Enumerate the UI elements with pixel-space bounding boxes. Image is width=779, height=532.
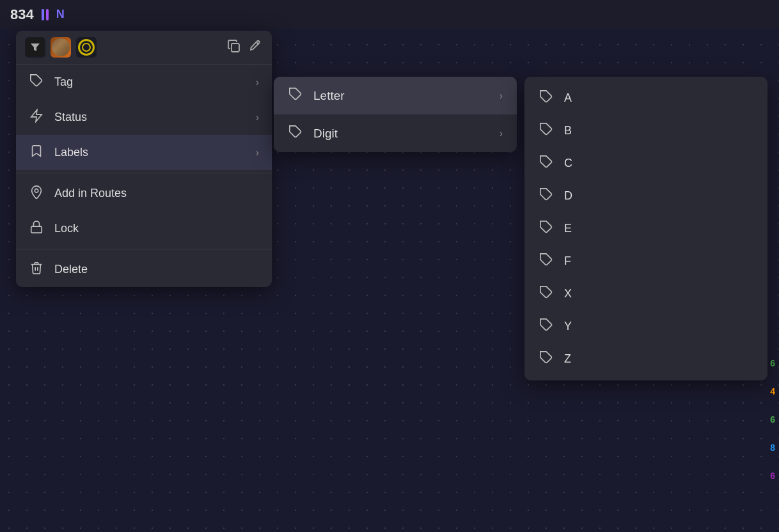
menu-item-letter[interactable]: Letter › [274,77,517,114]
x-tag-icon [539,285,554,302]
menu-item-lock[interactable]: Lock [16,211,272,246]
digit-tag-icon [288,125,303,142]
menu-item-b[interactable]: B [524,114,767,147]
menu-item-add-in-routes[interactable]: Add in Routes [16,176,272,211]
header-icon-spiral [76,37,97,58]
d-tag-icon [539,187,554,205]
menu-item-digit[interactable]: Digit › [274,114,517,152]
right-num-2: 4 [770,386,775,396]
menu-item-labels[interactable]: Labels › [16,135,272,170]
header-icon-avatar [51,37,71,58]
letter-arrow: › [500,90,503,102]
x-tag-svg [539,285,553,299]
menu-item-d-label: D [564,189,753,203]
right-numbers-panel: 6 4 6 8 6 [770,358,779,481]
menu-item-a-label: A [564,91,753,105]
tag-icon [29,74,44,91]
bar-item-2 [46,9,49,20]
context-menu-level3: A B C D E [524,77,767,380]
context-menu-level2: Letter › Digit › [274,77,517,152]
b-tag-icon [539,122,554,139]
menu-item-tag[interactable]: Tag › [16,65,272,100]
labels-svg [29,144,43,158]
menu-item-z-label: Z [564,352,753,366]
divider-1 [16,173,272,173]
svg-marker-0 [31,43,40,51]
divider-2 [16,249,272,249]
right-num-1: 6 [770,358,775,368]
b-tag-svg [539,122,553,136]
menu-item-digit-label: Digit [313,127,489,141]
z-tag-svg [539,350,553,364]
d-tag-svg [539,187,553,201]
menu-item-f-label: F [564,254,753,268]
right-num-5: 6 [770,471,775,481]
top-number: 834 [10,6,34,23]
menu-item-e-label: E [564,222,753,235]
digit-arrow: › [500,128,503,139]
dark-square-icon [26,38,44,56]
edit-button[interactable] [249,39,263,56]
menu-item-letter-label: Letter [313,89,489,103]
copy-button[interactable] [227,39,241,56]
filter-icon [29,42,41,53]
c-tag-svg [539,155,553,169]
status-svg [29,109,43,123]
menu-item-x-label: X [564,287,753,301]
menu-item-c[interactable]: C [524,147,767,180]
menu-item-status-label: Status [54,111,246,124]
menu-item-tag-label: Tag [54,75,246,89]
menu-item-a[interactable]: A [524,82,767,114]
status-arrow: › [256,112,259,123]
svg-point-4 [35,189,38,192]
e-tag-svg [539,220,553,234]
top-bar: 834 N [0,0,779,29]
lock-icon [29,220,44,237]
e-tag-icon [539,220,554,237]
trash-icon [29,261,44,278]
letter-tag-svg [288,87,303,101]
digit-tag-svg [288,125,303,139]
labels-icon [29,144,44,161]
status-icon [29,109,44,126]
f-tag-svg [539,253,553,267]
tag-svg [29,74,43,88]
menu-item-y-label: Y [564,320,753,333]
letter-tag-icon [288,87,303,104]
menu-item-delete-label: Delete [54,263,259,276]
svg-rect-5 [31,226,42,233]
menu-item-y[interactable]: Y [524,310,767,343]
menu-item-b-label: B [564,124,753,137]
menu-item-lock-label: Lock [54,222,259,235]
svg-rect-1 [232,43,239,52]
location-icon [29,185,44,202]
menu-item-c-label: C [564,157,753,170]
bar-item-1 [42,9,44,20]
menu-item-d[interactable]: D [524,180,767,212]
menu-item-delete[interactable]: Delete [16,252,272,287]
copy-icon [227,39,241,53]
menu-header-actions[interactable] [227,39,263,56]
y-tag-icon [539,318,554,335]
lock-svg [29,220,43,234]
trash-svg [29,261,43,275]
menu-item-status[interactable]: Status › [16,100,272,135]
tag-arrow: › [256,77,259,88]
context-menu-level1: Tag › Status › Labels › Add in Rou [16,31,272,287]
location-svg [29,185,43,199]
c-tag-icon [539,155,554,172]
menu-item-x[interactable]: X [524,278,767,310]
f-tag-icon [539,253,554,270]
menu-header [16,31,272,65]
right-num-4: 8 [770,442,775,453]
y-tag-svg [539,318,553,332]
edit-icon [249,39,263,53]
menu-item-e[interactable]: E [524,212,767,245]
labels-arrow: › [256,147,259,159]
menu-item-f[interactable]: F [524,245,767,278]
z-tag-icon [539,350,554,368]
menu-item-labels-label: Labels [54,146,246,159]
menu-item-z[interactable]: Z [524,343,767,375]
a-tag-icon [539,90,554,107]
right-num-3: 6 [770,414,775,425]
